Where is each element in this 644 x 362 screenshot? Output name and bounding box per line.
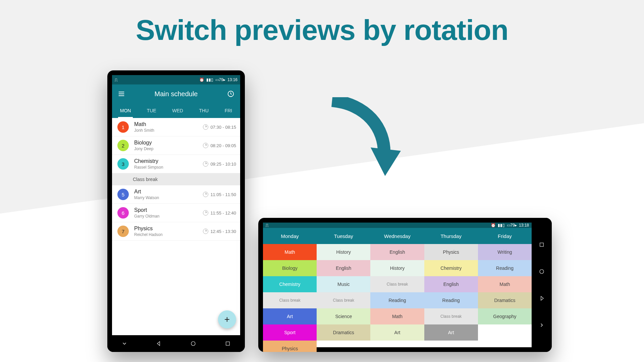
signal-icon: ▮▮▯	[206, 77, 213, 82]
subject-cell[interactable]: History	[370, 260, 424, 276]
column-header: Monday	[263, 228, 317, 244]
subject-label: Physics	[134, 226, 203, 232]
tab-mon[interactable]: MON	[118, 103, 133, 118]
subject-label: Art	[134, 189, 203, 195]
clock-icon[interactable]	[227, 90, 235, 98]
time-label: 11:05 - 11:50	[203, 192, 236, 197]
subject-cell[interactable]: History	[317, 244, 370, 260]
portrait-device-frame: ⎍ ⏰ ▮▮▯ ▭79▸ 13:16 Main schedule MONTUEW…	[107, 70, 245, 352]
status-time: 13:16	[227, 77, 237, 82]
schedule-row[interactable]: 1MathJonh Smith07:30 - 08:15	[112, 118, 240, 136]
alarm-icon: ⏰	[491, 223, 496, 228]
app-title: Main schedule	[125, 90, 227, 98]
period-badge: 6	[117, 207, 129, 219]
subject-cell[interactable]: Art	[370, 324, 424, 341]
break-cell: Class break	[263, 292, 317, 308]
subject-cell[interactable]: Reading	[424, 292, 478, 308]
period-badge: 1	[117, 121, 129, 133]
schedule-row[interactable]: 7PhysicsReichel Hadson12:45 - 13:30	[112, 222, 240, 241]
subject-cell[interactable]: English	[370, 244, 424, 260]
subject-cell[interactable]: Geography	[478, 308, 532, 324]
teacher-label: Garry Oldman	[134, 214, 203, 219]
android-nav-bar	[107, 335, 245, 352]
schedule-list[interactable]: 1MathJonh Smith07:30 - 08:152BiologyJony…	[112, 118, 240, 335]
subject-cell[interactable]: Art	[424, 324, 478, 341]
time-label: 07:30 - 08:15	[203, 124, 236, 130]
time-label: 08:20 - 09:05	[203, 143, 236, 148]
schedule-row[interactable]: 3ChemistryRassel Simpson09:25 - 10:10	[112, 155, 240, 173]
signal-icon: ▮▮▯	[498, 223, 505, 228]
schedule-row[interactable]: 6SportGarry Oldman11:55 - 12:40	[112, 204, 240, 222]
subject-cell[interactable]: Physics	[424, 244, 478, 260]
add-fab[interactable]: +	[218, 310, 236, 328]
chevron-down-icon[interactable]	[121, 341, 127, 347]
subject-cell[interactable]: Math	[263, 244, 317, 260]
clock-icon	[203, 229, 208, 234]
battery-icon: ▭79▸	[215, 77, 225, 82]
period-badge: 7	[117, 226, 129, 237]
app-bar: Main schedule	[112, 84, 240, 103]
subject-cell[interactable]: Biology	[263, 260, 317, 276]
clock-icon	[203, 192, 208, 197]
svg-rect-2	[226, 342, 230, 346]
landscape-device-frame: ⎍ ⏰ ▮▮▯ ▭79▸ 13:18 MondayTuesdayWednesda…	[258, 218, 552, 352]
clock-icon	[203, 210, 208, 216]
tab-wed[interactable]: WED	[170, 103, 185, 118]
teacher-label: Jonh Smith	[134, 128, 203, 133]
column-header: Thursday	[424, 228, 478, 244]
tab-tue[interactable]: TUE	[145, 103, 158, 118]
clock-icon	[203, 161, 208, 167]
time-label: 09:25 - 10:10	[203, 161, 236, 167]
subject-cell[interactable]: Reading	[478, 260, 532, 276]
subject-cell	[370, 341, 424, 352]
subject-label: Chemistry	[134, 158, 203, 164]
subject-cell[interactable]: Math	[370, 308, 424, 324]
back-icon[interactable]	[156, 341, 162, 347]
recents-icon[interactable]	[539, 242, 545, 248]
period-badge: 3	[117, 158, 129, 170]
teacher-label: Rassel Simpson	[134, 165, 203, 170]
subject-label: Math	[134, 121, 203, 127]
status-bar: ⎍ ⏰ ▮▮▯ ▭79▸ 13:18	[263, 223, 532, 228]
period-badge: 2	[117, 140, 129, 151]
tab-fri[interactable]: FRI	[223, 103, 234, 118]
subject-cell[interactable]: Dramatics	[317, 324, 370, 341]
subject-cell[interactable]: English	[424, 276, 478, 292]
svg-point-1	[191, 342, 195, 346]
recents-icon[interactable]	[225, 341, 231, 347]
back-icon[interactable]	[539, 295, 545, 301]
period-badge: 5	[117, 189, 129, 200]
tab-thu[interactable]: THU	[197, 103, 211, 118]
schedule-row[interactable]: 2BiologyJony Deep08:20 - 09:05	[112, 136, 240, 155]
page-headline: Switch previews by rotation	[0, 13, 644, 47]
subject-cell[interactable]: Science	[317, 308, 370, 324]
subject-cell[interactable]: Dramatics	[478, 292, 532, 308]
chevron-right-icon[interactable]	[539, 322, 545, 328]
teacher-label: Reichel Hadson	[134, 232, 203, 237]
subject-cell[interactable]: Art	[263, 308, 317, 324]
subject-cell[interactable]: Math	[478, 276, 532, 292]
column-header: Friday	[478, 228, 532, 244]
usb-icon: ⎍	[266, 223, 268, 228]
subject-cell	[478, 324, 532, 341]
teacher-label: Jony Deep	[134, 146, 203, 151]
subject-cell[interactable]: Writing	[478, 244, 532, 260]
home-icon[interactable]	[190, 341, 196, 347]
subject-cell	[317, 341, 370, 352]
subject-cell[interactable]: Physics	[263, 341, 317, 352]
clock-icon	[203, 124, 208, 130]
subject-cell[interactable]: Sport	[263, 324, 317, 341]
time-label: 11:55 - 12:40	[203, 210, 236, 216]
subject-cell[interactable]: Chemistry	[263, 276, 317, 292]
time-label: 12:45 - 13:30	[203, 229, 236, 234]
subject-cell[interactable]: Music	[317, 276, 370, 292]
subject-cell[interactable]: Chemistry	[424, 260, 478, 276]
svg-rect-3	[540, 243, 544, 247]
home-icon[interactable]	[539, 268, 545, 275]
schedule-row[interactable]: 5ArtMarry Watson11:05 - 11:50	[112, 185, 240, 204]
clock-icon	[203, 143, 208, 148]
subject-cell[interactable]: Reading	[370, 292, 424, 308]
week-grid[interactable]: MondayTuesdayWednesdayThursdayFridayMath…	[263, 228, 532, 352]
subject-cell[interactable]: English	[317, 260, 370, 276]
menu-icon[interactable]	[117, 90, 125, 98]
